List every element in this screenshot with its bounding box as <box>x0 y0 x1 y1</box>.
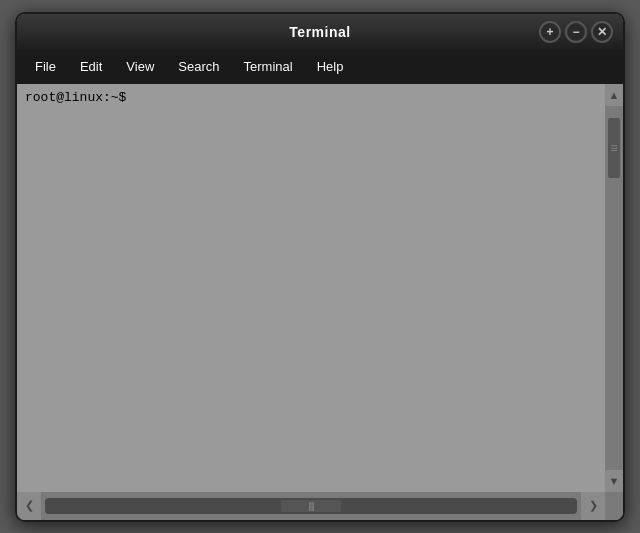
terminal-window: Terminal + − ✕ File Edit View Search Ter… <box>15 12 625 522</box>
menu-edit[interactable]: Edit <box>70 55 112 78</box>
minimize-button[interactable]: − <box>565 21 587 43</box>
scrollbar-horizontal-bar: ❮ ❯ <box>17 492 623 520</box>
window-controls: + − ✕ <box>539 21 613 43</box>
titlebar: Terminal + − ✕ <box>17 14 623 50</box>
scroll-track-horizontal[interactable] <box>45 498 577 514</box>
menu-help[interactable]: Help <box>307 55 354 78</box>
window-title: Terminal <box>289 24 350 40</box>
terminal-content[interactable]: root@linux:~$ <box>17 84 605 492</box>
scroll-up-arrow[interactable]: ▲ <box>605 84 623 106</box>
menu-terminal[interactable]: Terminal <box>234 55 303 78</box>
scroll-thumb-vertical[interactable] <box>608 118 620 178</box>
close-button[interactable]: ✕ <box>591 21 613 43</box>
scroll-right-arrow[interactable]: ❯ <box>581 492 605 520</box>
scroll-down-arrow[interactable]: ▼ <box>605 470 623 492</box>
scrollbar-corner <box>605 492 623 520</box>
scrollbar-vertical: ▲ ▼ <box>605 84 623 492</box>
menu-file[interactable]: File <box>25 55 66 78</box>
menubar: File Edit View Search Terminal Help <box>17 50 623 84</box>
scroll-left-arrow[interactable]: ❮ <box>17 492 41 520</box>
terminal-prompt: root@linux:~$ <box>25 90 597 105</box>
menu-view[interactable]: View <box>116 55 164 78</box>
menu-search[interactable]: Search <box>168 55 229 78</box>
add-button[interactable]: + <box>539 21 561 43</box>
scroll-track-vertical[interactable] <box>605 106 623 470</box>
terminal-body: root@linux:~$ ▲ ▼ <box>17 84 623 492</box>
prompt-text: root@linux:~$ <box>25 90 126 105</box>
scroll-thumb-horizontal[interactable] <box>281 500 341 512</box>
